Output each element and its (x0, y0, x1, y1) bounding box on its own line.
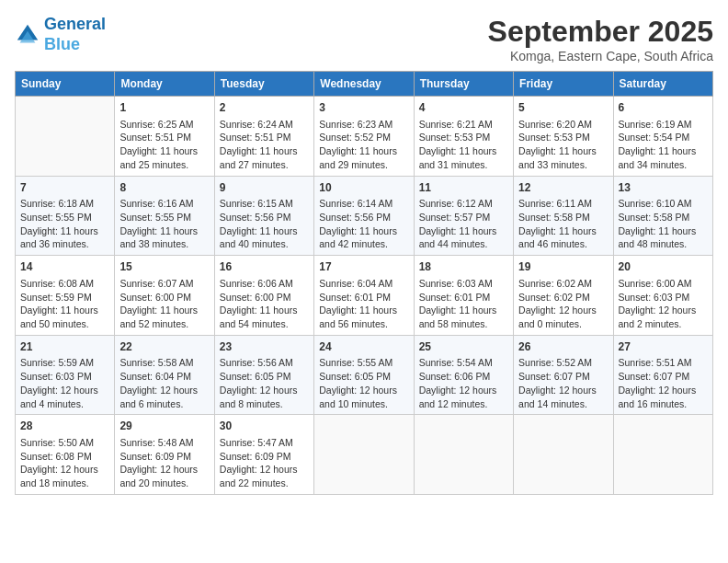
day-info: and 10 minutes. (319, 397, 408, 411)
calendar-cell (613, 415, 712, 495)
header-thursday: Thursday (414, 72, 513, 97)
day-info: Sunset: 6:01 PM (419, 291, 508, 304)
day-info: Sunrise: 6:23 AM (319, 118, 408, 132)
day-number: 24 (319, 339, 408, 355)
day-info: and 4 minutes. (20, 397, 109, 411)
day-info: Daylight: 11 hours (419, 224, 508, 238)
day-info: Sunset: 6:03 PM (619, 291, 708, 304)
calendar-cell: 14Sunrise: 6:08 AMSunset: 5:59 PMDayligh… (16, 256, 115, 336)
day-info: Sunrise: 6:18 AM (20, 197, 109, 211)
header-wednesday: Wednesday (314, 72, 414, 97)
day-info: Sunrise: 5:55 AM (319, 356, 408, 370)
day-info: Sunrise: 6:00 AM (619, 277, 708, 291)
day-info: Sunrise: 5:54 AM (419, 356, 508, 370)
day-number: 5 (518, 100, 608, 116)
day-info: Daylight: 11 hours (220, 304, 309, 317)
day-info: Daylight: 11 hours (419, 304, 508, 317)
day-info: Sunrise: 5:58 AM (119, 356, 209, 370)
day-number: 16 (220, 259, 309, 275)
calendar-cell: 23Sunrise: 5:56 AMSunset: 6:05 PMDayligh… (214, 335, 313, 415)
day-info: Sunset: 6:00 PM (119, 291, 209, 304)
logo-icon (15, 22, 40, 48)
day-info: Daylight: 12 hours (419, 384, 508, 397)
calendar-cell: 11Sunrise: 6:12 AMSunset: 5:57 PMDayligh… (414, 176, 513, 256)
calendar-cell: 30Sunrise: 5:47 AMSunset: 6:09 PMDayligh… (214, 415, 313, 495)
calendar-cell: 7Sunrise: 6:18 AMSunset: 5:55 PMDaylight… (16, 176, 115, 256)
day-info: Sunset: 6:05 PM (319, 370, 408, 384)
day-info: and 56 minutes. (319, 317, 408, 331)
calendar-cell: 29Sunrise: 5:48 AMSunset: 6:09 PMDayligh… (115, 415, 214, 495)
day-info: Sunset: 5:56 PM (319, 211, 408, 224)
calendar-cell: 10Sunrise: 6:14 AMSunset: 5:56 PMDayligh… (314, 176, 414, 256)
day-info: Sunrise: 6:24 AM (220, 118, 309, 132)
day-info: Sunrise: 6:16 AM (119, 197, 209, 211)
day-info: and 29 minutes. (319, 158, 408, 172)
day-info: Daylight: 11 hours (419, 144, 508, 158)
calendar-cell (314, 415, 414, 495)
day-info: Daylight: 11 hours (518, 144, 608, 158)
day-number: 14 (20, 259, 109, 275)
week-row-2: 7Sunrise: 6:18 AMSunset: 5:55 PMDaylight… (16, 176, 713, 256)
day-info: Sunrise: 6:15 AM (220, 197, 309, 211)
calendar-cell (16, 97, 115, 177)
day-info: Daylight: 12 hours (20, 463, 109, 477)
day-info: Daylight: 12 hours (319, 384, 408, 397)
day-number: 9 (220, 180, 309, 196)
day-info: Sunset: 6:09 PM (119, 450, 209, 464)
calendar-cell: 19Sunrise: 6:02 AMSunset: 6:02 PMDayligh… (514, 256, 613, 336)
day-info: Sunrise: 6:25 AM (119, 118, 209, 132)
day-number: 7 (20, 180, 109, 196)
day-info: Sunrise: 5:56 AM (220, 356, 309, 370)
day-info: Daylight: 11 hours (319, 144, 408, 158)
calendar-cell: 5Sunrise: 6:20 AMSunset: 5:53 PMDaylight… (514, 97, 613, 177)
calendar-cell: 21Sunrise: 5:59 AMSunset: 6:03 PMDayligh… (16, 335, 115, 415)
day-info: Sunset: 6:02 PM (518, 291, 608, 304)
day-info: Sunrise: 6:02 AM (518, 277, 608, 291)
calendar-cell: 18Sunrise: 6:03 AMSunset: 6:01 PMDayligh… (414, 256, 513, 336)
day-info: Daylight: 12 hours (619, 304, 708, 317)
calendar-cell: 6Sunrise: 6:19 AMSunset: 5:54 PMDaylight… (613, 97, 712, 177)
calendar-header-row: SundayMondayTuesdayWednesdayThursdayFrid… (16, 72, 713, 97)
day-info: Daylight: 11 hours (619, 144, 708, 158)
day-info: Sunset: 6:06 PM (419, 370, 508, 384)
calendar-cell: 24Sunrise: 5:55 AMSunset: 6:05 PMDayligh… (314, 335, 414, 415)
header-saturday: Saturday (613, 72, 712, 97)
calendar-cell: 2Sunrise: 6:24 AMSunset: 5:51 PMDaylight… (214, 97, 313, 177)
day-info: and 12 minutes. (419, 397, 508, 411)
day-info: Sunrise: 5:48 AM (119, 436, 209, 450)
calendar-cell: 16Sunrise: 6:06 AMSunset: 6:00 PMDayligh… (214, 256, 313, 336)
day-info: Sunrise: 6:12 AM (419, 197, 508, 211)
day-info: Sunset: 6:09 PM (220, 450, 309, 464)
day-info: and 2 minutes. (619, 317, 708, 331)
logo-text: General Blue (44, 15, 106, 54)
day-number: 27 (619, 339, 708, 355)
day-info: Sunset: 6:01 PM (319, 291, 408, 304)
day-info: Sunrise: 6:04 AM (319, 277, 408, 291)
day-number: 28 (20, 419, 109, 434)
day-info: Sunset: 6:07 PM (619, 370, 708, 384)
day-number: 10 (319, 180, 408, 196)
page-header: General Blue September 2025 Komga, Easte… (15, 15, 713, 63)
day-number: 17 (319, 259, 408, 275)
day-info: Daylight: 11 hours (319, 224, 408, 238)
day-info: and 38 minutes. (119, 237, 209, 251)
day-number: 1 (119, 100, 209, 116)
day-info: and 18 minutes. (20, 477, 109, 490)
day-number: 6 (619, 100, 708, 116)
header-sunday: Sunday (16, 72, 115, 97)
day-info: Daylight: 11 hours (220, 224, 309, 238)
day-number: 18 (419, 259, 508, 275)
day-info: Sunset: 5:58 PM (619, 211, 708, 224)
day-info: and 22 minutes. (220, 477, 309, 490)
day-info: and 34 minutes. (619, 158, 708, 172)
calendar-cell: 17Sunrise: 6:04 AMSunset: 6:01 PMDayligh… (314, 256, 414, 336)
day-number: 19 (518, 259, 608, 275)
day-info: Sunrise: 6:19 AM (619, 118, 708, 132)
day-info: and 48 minutes. (619, 237, 708, 251)
day-info: Daylight: 12 hours (518, 304, 608, 317)
day-info: Sunset: 6:08 PM (20, 450, 109, 464)
day-info: Sunrise: 6:07 AM (119, 277, 209, 291)
day-info: and 20 minutes. (119, 477, 209, 490)
calendar-cell: 20Sunrise: 6:00 AMSunset: 6:03 PMDayligh… (613, 256, 712, 336)
day-info: Sunrise: 5:51 AM (619, 356, 708, 370)
